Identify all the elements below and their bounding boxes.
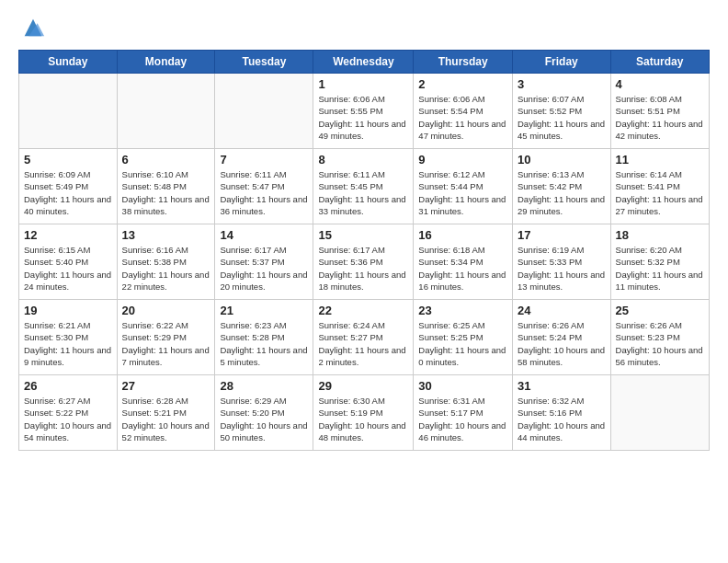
calendar-cell: 19Sunrise: 6:21 AM Sunset: 5:30 PM Dayli… [19, 300, 118, 375]
day-number: 17 [518, 228, 606, 242]
day-number: 15 [318, 228, 408, 242]
calendar-cell: 6Sunrise: 6:10 AM Sunset: 5:48 PM Daylig… [117, 149, 215, 224]
day-number: 11 [616, 153, 704, 167]
day-number: 23 [418, 304, 507, 317]
day-info: Sunrise: 6:26 AM Sunset: 5:23 PM Dayligh… [616, 319, 704, 368]
day-number: 12 [24, 228, 112, 242]
day-number: 7 [220, 153, 308, 167]
logo [18, 15, 46, 40]
day-header-saturday: Saturday [610, 51, 709, 74]
calendar-cell: 4Sunrise: 6:08 AM Sunset: 5:51 PM Daylig… [610, 74, 709, 149]
day-number: 4 [616, 77, 704, 91]
calendar-table: SundayMondayTuesdayWednesdayThursdayFrid… [18, 50, 710, 451]
calendar-cell: 5Sunrise: 6:09 AM Sunset: 5:49 PM Daylig… [19, 149, 118, 224]
day-info: Sunrise: 6:21 AM Sunset: 5:30 PM Dayligh… [24, 319, 112, 368]
day-number: 10 [518, 153, 606, 167]
week-row-4: 19Sunrise: 6:21 AM Sunset: 5:30 PM Dayli… [19, 300, 710, 375]
day-info: Sunrise: 6:28 AM Sunset: 5:21 PM Dayligh… [122, 395, 210, 443]
day-header-wednesday: Wednesday [313, 51, 414, 74]
day-number: 18 [616, 228, 704, 242]
day-info: Sunrise: 6:07 AM Sunset: 5:52 PM Dayligh… [518, 93, 606, 142]
week-row-5: 26Sunrise: 6:27 AM Sunset: 5:22 PM Dayli… [19, 375, 710, 451]
week-row-2: 5Sunrise: 6:09 AM Sunset: 5:49 PM Daylig… [19, 149, 710, 224]
day-info: Sunrise: 6:11 AM Sunset: 5:47 PM Dayligh… [220, 168, 308, 217]
calendar-cell: 21Sunrise: 6:23 AM Sunset: 5:28 PM Dayli… [215, 300, 313, 375]
day-info: Sunrise: 6:30 AM Sunset: 5:19 PM Dayligh… [318, 395, 408, 443]
calendar-cell: 16Sunrise: 6:18 AM Sunset: 5:34 PM Dayli… [414, 224, 513, 300]
calendar-cell: 11Sunrise: 6:14 AM Sunset: 5:41 PM Dayli… [610, 149, 709, 224]
day-info: Sunrise: 6:22 AM Sunset: 5:29 PM Dayligh… [122, 319, 210, 368]
day-number: 1 [318, 77, 408, 91]
calendar-cell: 20Sunrise: 6:22 AM Sunset: 5:29 PM Dayli… [117, 300, 215, 375]
calendar-cell: 30Sunrise: 6:31 AM Sunset: 5:17 PM Dayli… [414, 375, 513, 451]
day-header-thursday: Thursday [414, 51, 513, 74]
day-number: 21 [220, 304, 308, 317]
calendar-cell: 25Sunrise: 6:26 AM Sunset: 5:23 PM Dayli… [610, 300, 709, 375]
calendar-cell: 24Sunrise: 6:26 AM Sunset: 5:24 PM Dayli… [513, 300, 611, 375]
day-number: 6 [122, 153, 210, 167]
calendar-cell [215, 74, 313, 149]
day-info: Sunrise: 6:20 AM Sunset: 5:32 PM Dayligh… [616, 244, 704, 293]
calendar-cell: 28Sunrise: 6:29 AM Sunset: 5:20 PM Dayli… [215, 375, 313, 451]
day-info: Sunrise: 6:10 AM Sunset: 5:48 PM Dayligh… [122, 168, 210, 217]
day-info: Sunrise: 6:17 AM Sunset: 5:36 PM Dayligh… [318, 244, 408, 293]
day-number: 16 [418, 228, 507, 242]
day-info: Sunrise: 6:18 AM Sunset: 5:34 PM Dayligh… [418, 244, 507, 293]
calendar-cell: 3Sunrise: 6:07 AM Sunset: 5:52 PM Daylig… [513, 74, 611, 149]
calendar-cell [610, 375, 709, 451]
day-info: Sunrise: 6:15 AM Sunset: 5:40 PM Dayligh… [24, 244, 112, 293]
day-info: Sunrise: 6:23 AM Sunset: 5:28 PM Dayligh… [220, 319, 308, 368]
calendar-cell: 26Sunrise: 6:27 AM Sunset: 5:22 PM Dayli… [19, 375, 118, 451]
day-info: Sunrise: 6:26 AM Sunset: 5:24 PM Dayligh… [518, 319, 606, 368]
day-info: Sunrise: 6:14 AM Sunset: 5:41 PM Dayligh… [616, 168, 704, 217]
calendar-cell: 27Sunrise: 6:28 AM Sunset: 5:21 PM Dayli… [117, 375, 215, 451]
day-number: 25 [616, 304, 704, 317]
day-info: Sunrise: 6:17 AM Sunset: 5:37 PM Dayligh… [220, 244, 308, 293]
day-number: 29 [318, 379, 408, 393]
day-number: 9 [418, 153, 507, 167]
calendar-cell: 17Sunrise: 6:19 AM Sunset: 5:33 PM Dayli… [513, 224, 611, 300]
day-number: 5 [24, 153, 112, 167]
calendar-cell: 22Sunrise: 6:24 AM Sunset: 5:27 PM Dayli… [313, 300, 414, 375]
calendar-cell [117, 74, 215, 149]
day-number: 19 [24, 304, 112, 317]
calendar-cell: 7Sunrise: 6:11 AM Sunset: 5:47 PM Daylig… [215, 149, 313, 224]
day-number: 31 [518, 379, 606, 393]
day-info: Sunrise: 6:25 AM Sunset: 5:25 PM Dayligh… [418, 319, 507, 368]
calendar-container: SundayMondayTuesdayWednesdayThursdayFrid… [0, 0, 728, 563]
day-info: Sunrise: 6:31 AM Sunset: 5:17 PM Dayligh… [418, 395, 507, 443]
day-number: 8 [318, 153, 408, 167]
day-info: Sunrise: 6:06 AM Sunset: 5:54 PM Dayligh… [418, 93, 507, 142]
day-number: 14 [220, 228, 308, 242]
day-info: Sunrise: 6:09 AM Sunset: 5:49 PM Dayligh… [24, 168, 112, 217]
week-row-1: 1Sunrise: 6:06 AM Sunset: 5:55 PM Daylig… [19, 74, 710, 149]
day-number: 24 [518, 304, 606, 317]
calendar-cell: 1Sunrise: 6:06 AM Sunset: 5:55 PM Daylig… [313, 74, 414, 149]
day-header-sunday: Sunday [19, 51, 118, 74]
day-number: 27 [122, 379, 210, 393]
logo-icon [20, 15, 46, 40]
day-number: 3 [518, 77, 606, 91]
day-info: Sunrise: 6:32 AM Sunset: 5:16 PM Dayligh… [518, 395, 606, 443]
day-info: Sunrise: 6:11 AM Sunset: 5:45 PM Dayligh… [318, 168, 408, 217]
day-header-tuesday: Tuesday [215, 51, 313, 74]
calendar-cell [19, 74, 118, 149]
day-number: 20 [122, 304, 210, 317]
day-number: 26 [24, 379, 112, 393]
calendar-cell: 18Sunrise: 6:20 AM Sunset: 5:32 PM Dayli… [610, 224, 709, 300]
calendar-cell: 12Sunrise: 6:15 AM Sunset: 5:40 PM Dayli… [19, 224, 118, 300]
week-row-3: 12Sunrise: 6:15 AM Sunset: 5:40 PM Dayli… [19, 224, 710, 300]
header [18, 15, 710, 40]
calendar-cell: 31Sunrise: 6:32 AM Sunset: 5:16 PM Dayli… [513, 375, 611, 451]
calendar-cell: 2Sunrise: 6:06 AM Sunset: 5:54 PM Daylig… [414, 74, 513, 149]
day-info: Sunrise: 6:16 AM Sunset: 5:38 PM Dayligh… [122, 244, 210, 293]
day-info: Sunrise: 6:12 AM Sunset: 5:44 PM Dayligh… [418, 168, 507, 217]
calendar-cell: 10Sunrise: 6:13 AM Sunset: 5:42 PM Dayli… [513, 149, 611, 224]
day-info: Sunrise: 6:27 AM Sunset: 5:22 PM Dayligh… [24, 395, 112, 443]
day-info: Sunrise: 6:24 AM Sunset: 5:27 PM Dayligh… [318, 319, 408, 368]
calendar-cell: 13Sunrise: 6:16 AM Sunset: 5:38 PM Dayli… [117, 224, 215, 300]
calendar-cell: 8Sunrise: 6:11 AM Sunset: 5:45 PM Daylig… [313, 149, 414, 224]
day-info: Sunrise: 6:06 AM Sunset: 5:55 PM Dayligh… [318, 93, 408, 142]
day-info: Sunrise: 6:29 AM Sunset: 5:20 PM Dayligh… [220, 395, 308, 443]
day-number: 2 [418, 77, 507, 91]
